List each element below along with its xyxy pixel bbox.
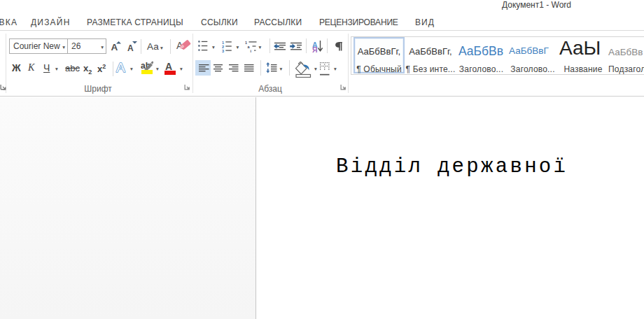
svg-text:3: 3	[222, 48, 224, 52]
svg-text:i: i	[250, 49, 251, 52]
svg-text:А: А	[116, 60, 125, 74]
svg-text:2: 2	[222, 44, 224, 48]
svg-text:a: a	[247, 44, 250, 48]
